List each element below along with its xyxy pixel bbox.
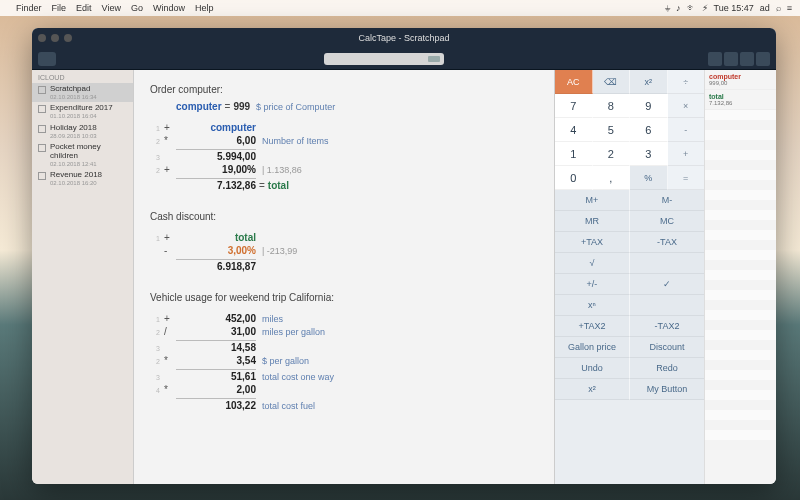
titlebar: CalcTape - Scratchpad [32,28,776,48]
clock[interactable]: Tue 15:47 [714,3,754,13]
key-sign[interactable]: +/- [555,274,630,295]
key-power[interactable]: xⁿ [555,295,630,316]
key-1[interactable]: 1 [555,142,593,166]
key-blank2[interactable] [630,295,704,316]
file-icon [38,86,46,94]
status-icon[interactable]: ⏚ [665,3,670,13]
key-minustax2[interactable]: -TAX2 [630,316,704,337]
sidebar-section: ICLOUD [32,70,133,83]
key-7[interactable]: 7 [555,94,593,118]
toolbar-display[interactable] [324,53,444,65]
toolbar-seg-3[interactable] [740,52,754,66]
key-mminus[interactable]: M- [630,190,704,211]
sidebar-toggle[interactable] [38,52,56,66]
sidebar-file[interactable]: Revenue 201802.10.2018 16:20 [32,169,133,188]
key-minus[interactable]: - [668,118,705,142]
window-title: CalcTape - Scratchpad [32,33,776,43]
sidebar-file[interactable]: Scratchpad02.10.2018 16:34 [32,83,133,102]
key-blank[interactable] [630,253,704,274]
traffic-lights[interactable] [38,34,72,42]
key-percent[interactable]: % [630,166,668,190]
menu-go[interactable]: Go [131,3,143,13]
key-minustax[interactable]: -TAX [630,232,704,253]
key-square2[interactable]: x² [555,379,630,400]
key-mc[interactable]: MC [630,211,704,232]
key-5[interactable]: 5 [593,118,631,142]
file-sidebar: ICLOUD Scratchpad02.10.2018 16:34 Expend… [32,70,134,484]
variable-item[interactable]: total7.132,86 [705,90,776,110]
file-icon [38,172,46,180]
key-mr[interactable]: MR [555,211,630,232]
sidebar-file[interactable]: Expenditure 201701.10.2018 16:04 [32,102,133,121]
key-gallon[interactable]: Gallon price [555,337,630,358]
key-0[interactable]: 0 [555,166,593,190]
file-icon [38,125,46,133]
calculator-keypad: AC ⌫ x² ÷ 7 8 9 × 4 5 6 - 1 2 3 + [554,70,704,484]
menu-window[interactable]: Window [153,3,185,13]
notification-icon[interactable]: ≡ [787,3,792,13]
variable-item[interactable]: computer999,00 [705,70,776,90]
section-heading: Order computer: [150,84,538,95]
app-window: CalcTape - Scratchpad ICLOUD Scratchpad0… [32,28,776,484]
key-decimal[interactable]: , [593,166,631,190]
battery-icon[interactable]: ⚡︎ [702,3,708,13]
key-sqrt[interactable]: √ [555,253,630,274]
menu-view[interactable]: View [102,3,121,13]
file-icon [38,105,46,113]
toolbar-seg-4[interactable] [756,52,770,66]
toolbar [32,48,776,70]
key-backspace[interactable]: ⌫ [593,70,631,94]
key-4[interactable]: 4 [555,118,593,142]
menu-edit[interactable]: Edit [76,3,92,13]
key-undo[interactable]: Undo [555,358,630,379]
key-equals[interactable]: = [668,166,705,190]
key-9[interactable]: 9 [630,94,668,118]
key-redo[interactable]: Redo [630,358,704,379]
spotlight-icon[interactable]: ⌕ [776,3,781,13]
variables-panel: computer999,00 total7.132,86 [704,70,776,484]
key-square[interactable]: x² [630,70,668,94]
key-ac[interactable]: AC [555,70,593,94]
key-6[interactable]: 6 [630,118,668,142]
section-heading: Vehicle usage for weekend trip Californi… [150,292,538,303]
key-2[interactable]: 2 [593,142,631,166]
user[interactable]: ad [760,3,770,13]
key-plus[interactable]: + [668,142,705,166]
calculation-tape[interactable]: Order computer: computer=999$ price of C… [134,70,554,484]
wifi-icon[interactable]: ᯤ [687,3,696,13]
toolbar-seg-1[interactable] [708,52,722,66]
key-discount[interactable]: Discount [630,337,704,358]
file-icon [38,144,46,152]
key-8[interactable]: 8 [593,94,631,118]
toolbar-seg-2[interactable] [724,52,738,66]
key-3[interactable]: 3 [630,142,668,166]
sidebar-file[interactable]: Pocket money children02.10.2018 12:41 [32,141,133,169]
key-plustax2[interactable]: +TAX2 [555,316,630,337]
key-mybutton[interactable]: My Button [630,379,704,400]
key-check[interactable]: ✓ [630,274,704,295]
macos-menubar: Finder File Edit View Go Window Help ⏚ ♪… [0,0,800,16]
section-heading: Cash discount: [150,211,538,222]
menu-finder[interactable]: Finder [16,3,42,13]
key-plustax[interactable]: +TAX [555,232,630,253]
key-divide[interactable]: ÷ [668,70,705,94]
key-mplus[interactable]: M+ [555,190,630,211]
sidebar-file[interactable]: Holiday 201828.09.2018 10:03 [32,122,133,141]
menu-help[interactable]: Help [195,3,214,13]
menu-file[interactable]: File [52,3,67,13]
status-icon[interactable]: ♪ [676,3,681,13]
key-multiply[interactable]: × [668,94,705,118]
